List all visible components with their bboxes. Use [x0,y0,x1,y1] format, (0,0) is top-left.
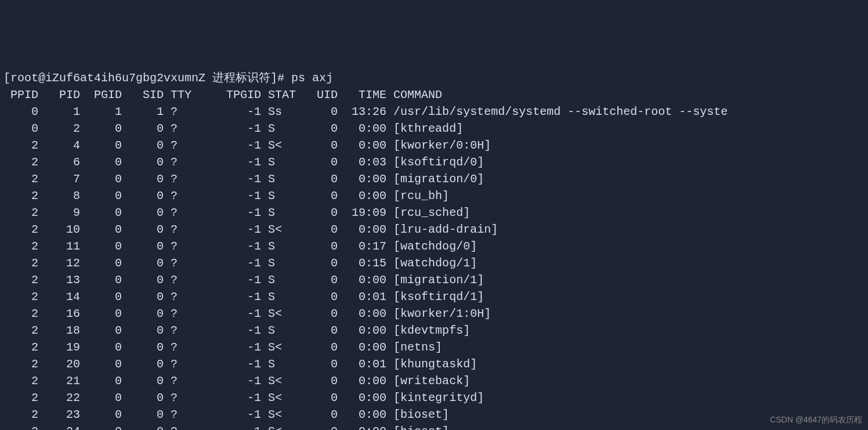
ps-rows: 0 1 1 1 ? -1 Ss 0 13:26 /usr/lib/systemd… [3,103,865,430]
watermark-text: CSDN @4647的码农历程 [770,414,862,425]
shell-prompt: [root@iZuf6at4ih6u7gbg2vxumnZ 进程标识符]# ps… [3,71,333,85]
ps-header-row: PPID PID PGID SID TTY TPGID STAT UID TIM… [3,88,442,102]
terminal-output[interactable]: [root@iZuf6at4ih6u7gbg2vxumnZ 进程标识符]# ps… [3,70,865,430]
